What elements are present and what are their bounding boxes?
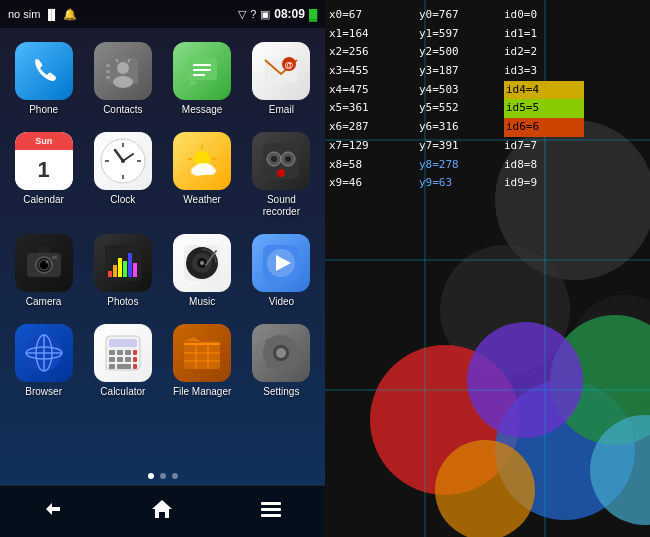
- svg-rect-96: [261, 514, 281, 517]
- svg-point-2: [113, 76, 133, 88]
- debug-x1: x1=164: [329, 25, 419, 44]
- calendar-icon: Sun 1: [15, 132, 73, 190]
- bottom-nav: [0, 485, 325, 537]
- svg-rect-94: [261, 502, 281, 505]
- email-icon: @: [252, 42, 310, 100]
- svg-rect-42: [52, 256, 57, 259]
- photos-icon: [94, 234, 152, 292]
- svg-rect-4: [106, 70, 110, 73]
- debug-y0: y0=767: [419, 6, 504, 25]
- debug-id0: id0=0: [504, 6, 584, 25]
- svg-rect-75: [117, 364, 131, 369]
- email-label: Email: [269, 104, 294, 116]
- svg-rect-46: [118, 258, 122, 277]
- debug-overlay: x0=67 y0=767 id0=0 x1=164 y1=597 id1=1 x…: [325, 0, 650, 199]
- svg-text:@: @: [285, 60, 294, 70]
- svg-point-54: [200, 261, 204, 265]
- svg-point-93: [276, 348, 286, 358]
- dot-1[interactable]: [160, 473, 166, 479]
- app-calculator[interactable]: Calculator: [85, 318, 160, 404]
- debug-y2: y2=500: [419, 43, 504, 62]
- app-settings[interactable]: Settings: [244, 318, 319, 404]
- music-label: Music: [189, 296, 215, 308]
- battery-icon: ▓: [309, 8, 317, 20]
- debug-id5: id5=5: [504, 99, 584, 118]
- status-right: ▽ ? ▣ 08:09 ▓: [238, 7, 317, 21]
- contacts-label: Contacts: [103, 104, 142, 116]
- svg-rect-5: [106, 76, 110, 79]
- debug-id7: id7=7: [504, 137, 584, 156]
- browser-label: Browser: [25, 386, 62, 398]
- debug-panel: x0=67 y0=767 id0=0 x1=164 y1=597 id1=1 x…: [325, 0, 650, 537]
- app-phone[interactable]: Phone: [6, 36, 81, 122]
- app-message[interactable]: Message: [165, 36, 240, 122]
- svg-point-22: [121, 159, 125, 163]
- svg-rect-74: [109, 364, 115, 369]
- back-button[interactable]: [26, 489, 82, 534]
- filemanager-icon: [173, 324, 231, 382]
- debug-y1: y1=597: [419, 25, 504, 44]
- debug-y5: y5=552: [419, 99, 504, 118]
- contacts-icon: [94, 42, 152, 100]
- app-filemanager[interactable]: File Manager: [165, 318, 240, 404]
- svg-point-30: [204, 167, 216, 175]
- clock-icon-box: [94, 132, 152, 190]
- phone-icon: [15, 42, 73, 100]
- app-email[interactable]: @ Email: [244, 36, 319, 122]
- debug-x9: x9=46: [329, 174, 419, 193]
- phone-label: Phone: [29, 104, 58, 116]
- app-contacts[interactable]: Contacts: [85, 36, 160, 122]
- app-calendar[interactable]: Sun 1 Calendar: [6, 126, 81, 224]
- weather-label: Weather: [183, 194, 221, 206]
- app-browser[interactable]: Browser: [6, 318, 81, 404]
- debug-y8: y8=278: [419, 156, 504, 175]
- svg-rect-73: [133, 357, 137, 362]
- dot-2[interactable]: [172, 473, 178, 479]
- debug-id9: id9=9: [504, 174, 584, 193]
- svg-rect-45: [113, 265, 117, 277]
- debug-x7: x7=129: [329, 137, 419, 156]
- svg-rect-87: [263, 351, 269, 355]
- video-icon: [252, 234, 310, 292]
- svg-rect-77: [184, 341, 220, 369]
- app-weather[interactable]: Weather: [165, 126, 240, 224]
- svg-rect-65: [109, 339, 137, 347]
- debug-id4: id4=4: [504, 81, 584, 100]
- app-video[interactable]: Video: [244, 228, 319, 314]
- message-icon: [173, 42, 231, 100]
- sim-icon: ▣: [260, 8, 270, 21]
- app-camera[interactable]: Camera: [6, 228, 81, 314]
- app-clock[interactable]: Clock: [85, 126, 160, 224]
- home-button[interactable]: [134, 489, 190, 534]
- svg-rect-44: [108, 271, 112, 277]
- svg-rect-70: [109, 357, 115, 362]
- svg-rect-69: [133, 350, 137, 355]
- svg-rect-72: [125, 357, 131, 362]
- svg-point-33: [271, 156, 277, 162]
- debug-y7: y7=391: [419, 137, 504, 156]
- svg-rect-71: [117, 357, 123, 362]
- debug-x5: x5=361: [329, 99, 419, 118]
- app-music[interactable]: Music: [165, 228, 240, 314]
- notification-icon: ▽: [238, 8, 246, 21]
- settings-label: Settings: [263, 386, 299, 398]
- debug-id1: id1=1: [504, 25, 584, 44]
- message-label: Message: [182, 104, 223, 116]
- camera-label: Camera: [26, 296, 62, 308]
- debug-x3: x3=455: [329, 62, 419, 81]
- svg-rect-48: [128, 253, 132, 277]
- calculator-label: Calculator: [100, 386, 145, 398]
- debug-x2: x2=256: [329, 43, 419, 62]
- app-grid: Phone Contacts: [0, 28, 325, 467]
- svg-point-1: [117, 62, 129, 74]
- clock-svg: [98, 136, 148, 186]
- music-icon: [173, 234, 231, 292]
- dot-0[interactable]: [148, 473, 154, 479]
- menu-button[interactable]: [243, 489, 299, 534]
- app-photos[interactable]: Photos: [85, 228, 160, 314]
- svg-point-36: [277, 169, 285, 177]
- svg-rect-88: [293, 351, 299, 355]
- calendar-label: Calendar: [23, 194, 64, 206]
- app-soundrecorder[interactable]: Sound recorder: [244, 126, 319, 224]
- status-bar: no sim ▐▌ 🔔 ▽ ? ▣ 08:09 ▓: [0, 0, 325, 28]
